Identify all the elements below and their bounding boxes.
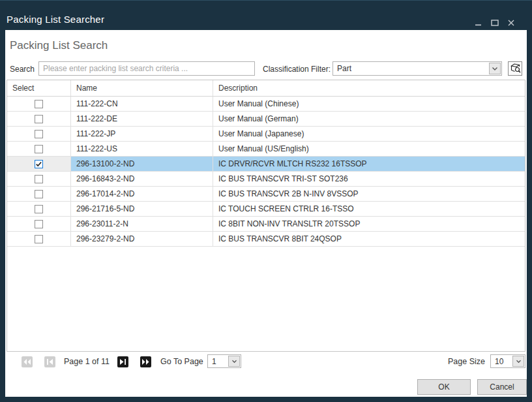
name-cell: 111-222-JP [71,127,213,141]
table-row[interactable]: 296-23279-2-NDIC BUS TRANSCVR 8BIT 24QSO… [7,232,525,247]
name-cell: 296-16843-2-ND [71,172,213,186]
classification-filter-dropdown[interactable]: Part [332,61,502,76]
description-cell: IC BUS TRANSCVR 8BIT 24QSOP [213,232,525,246]
description-cell: IC BUS TRANSCVR 2B N-INV 8VSSOP [213,187,525,201]
table-row[interactable]: 111-222-USUser Manual (US/English) [7,142,525,157]
part-search-button[interactable] [508,61,522,76]
table-row[interactable]: 111-222-CNUser Manual (Chinese) [7,97,525,112]
previous-page-button[interactable] [44,356,55,367]
name-cell: 111-222-US [71,142,213,156]
table-row[interactable]: 296-13100-2-NDIC DRVR/RCVR MLTCH RS232 1… [7,157,525,172]
row-checkbox[interactable] [35,220,43,228]
name-cell: 296-21716-5-ND [71,202,213,216]
go-to-page-dropdown[interactable]: 1 [207,354,241,368]
search-label: Search [10,65,35,74]
packing-list-table: Select Name Description 111-222-CNUser M… [7,80,525,352]
description-cell: IC BUS TRANSCVR TRI-ST SOT236 [213,172,525,186]
select-cell [7,187,71,201]
row-checkbox[interactable] [35,100,43,108]
column-header-name[interactable]: Name [71,80,213,96]
dialog-content: Packing List Search Search Classificatio… [5,30,527,397]
name-cell: 296-23011-2-N [71,217,213,231]
title-bar[interactable]: Packing List Searcher [0,0,532,30]
ok-button[interactable]: OK [417,379,471,395]
next-page-button[interactable] [117,356,128,367]
minimize-icon[interactable] [475,18,482,25]
first-page-button[interactable] [22,356,33,367]
chevron-down-icon[interactable] [489,63,501,74]
name-cell: 296-17014-2-ND [71,187,213,201]
select-cell [7,232,71,246]
description-cell: User Manual (Japanese) [213,127,525,141]
window-title: Packing List Searcher [7,14,104,25]
description-cell: IC 8BIT NON-INV TRANSLTR 20TSSOP [213,217,525,231]
classification-filter-value: Part [337,64,351,73]
classification-filter-label: Classification Filter: [263,65,331,74]
row-checkbox[interactable] [35,235,43,243]
select-cell [7,157,71,171]
chevron-down-icon[interactable] [228,356,240,367]
name-cell: 296-13100-2-ND [71,157,213,171]
table-row[interactable]: 111-222-DEUser Manual (German) [7,112,525,127]
select-cell [7,97,71,111]
previous-page-icon [46,356,53,368]
row-checkbox-checked[interactable] [35,160,43,168]
name-cell: 111-222-CN [71,97,213,111]
name-cell: 296-23279-2-ND [71,232,213,246]
select-cell [7,112,71,126]
table-row[interactable]: 296-16843-2-NDIC BUS TRANSCVR TRI-ST SOT… [7,172,525,187]
table-body: 111-222-CNUser Manual (Chinese)111-222-D… [7,97,525,247]
row-checkbox[interactable] [35,190,43,198]
row-checkbox[interactable] [35,130,43,138]
page-size-value: 10 [495,357,503,366]
description-cell: User Manual (Chinese) [213,97,525,111]
next-page-icon [119,356,126,368]
row-checkbox[interactable] [35,115,43,123]
close-icon[interactable] [507,18,515,25]
last-page-icon [141,356,150,368]
page-size-dropdown[interactable]: 10 [490,354,525,368]
select-cell [7,217,71,231]
chevron-down-icon[interactable] [512,356,524,367]
table-row[interactable]: 296-17014-2-NDIC BUS TRANSCVR 2B N-INV 8… [7,187,525,202]
row-checkbox[interactable] [35,175,43,183]
description-cell: User Manual (German) [213,112,525,126]
select-cell [7,172,71,186]
page-status: Page 1 of 11 [64,357,110,366]
select-cell [7,202,71,216]
select-cell [7,127,71,141]
table-row[interactable]: 296-23011-2-NIC 8BIT NON-INV TRANSLTR 20… [7,217,525,232]
page-title: Packing List Search [10,39,108,52]
row-checkbox[interactable] [35,145,43,153]
go-to-page-value: 1 [212,357,216,366]
description-cell: IC DRVR/RCVR MLTCH RS232 16TSSOP [213,157,525,171]
description-cell: IC TOUCH SCREEN CTRLR 16-TSSO [213,202,525,216]
description-cell: User Manual (US/English) [213,142,525,156]
window-controls [475,18,515,25]
table-header: Select Name Description [7,80,525,97]
cube-search-icon [510,62,521,76]
table-row[interactable]: 111-222-JPUser Manual (Japanese) [7,127,525,142]
search-input[interactable] [38,61,255,76]
first-page-icon [23,356,31,368]
column-header-select[interactable]: Select [7,80,71,96]
name-cell: 111-222-DE [71,112,213,126]
go-to-page-label: Go To Page [160,357,203,366]
last-page-button[interactable] [140,356,151,367]
packing-list-searcher-window: Packing List Searcher Packing List Searc… [0,0,532,402]
maximize-icon[interactable] [491,18,499,25]
row-checkbox[interactable] [35,205,43,213]
table-row[interactable]: 296-21716-5-NDIC TOUCH SCREEN CTRLR 16-T… [7,202,525,217]
select-cell [7,142,71,156]
column-header-description[interactable]: Description [213,80,525,96]
page-size-label: Page Size [448,357,485,366]
cancel-button[interactable]: Cancel [477,379,527,395]
